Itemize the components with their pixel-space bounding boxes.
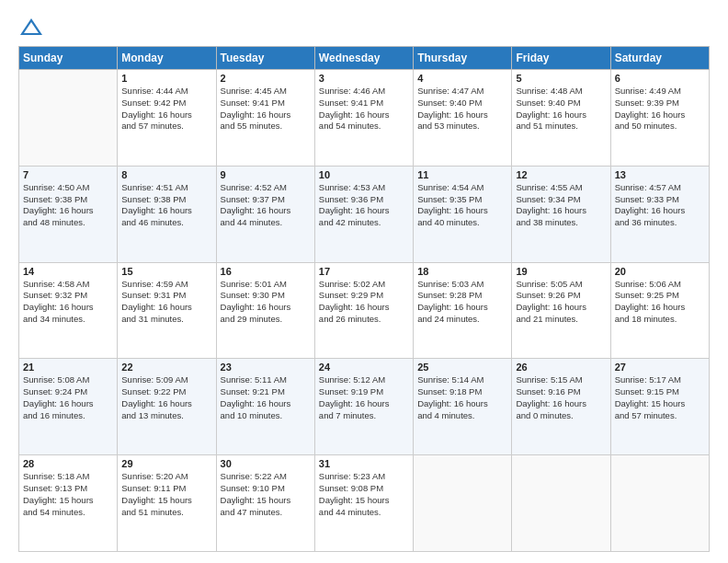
day-info: Sunrise: 4:48 AM Sunset: 9:40 PM Dayligh…	[516, 86, 606, 132]
day-info: Sunrise: 5:12 AM Sunset: 9:19 PM Dayligh…	[319, 374, 409, 421]
calendar-cell	[512, 455, 610, 552]
day-info: Sunrise: 5:20 AM Sunset: 9:11 PM Dayligh…	[121, 471, 211, 518]
calendar-cell: 6Sunrise: 4:49 AM Sunset: 9:39 PM Daylig…	[610, 70, 709, 167]
day-info: Sunrise: 4:50 AM Sunset: 9:38 PM Dayligh…	[23, 182, 113, 229]
day-info: Sunrise: 5:18 AM Sunset: 9:13 PM Dayligh…	[23, 471, 113, 518]
calendar-cell: 23Sunrise: 5:11 AM Sunset: 9:21 PM Dayli…	[216, 359, 314, 455]
calendar-cell: 10Sunrise: 4:53 AM Sunset: 9:36 PM Dayli…	[314, 166, 413, 262]
calendar-cell	[19, 70, 118, 167]
calendar-cell	[414, 455, 512, 552]
calendar-cell: 18Sunrise: 5:03 AM Sunset: 9:28 PM Dayli…	[414, 262, 512, 359]
calendar-cell: 30Sunrise: 5:22 AM Sunset: 9:10 PM Dayli…	[216, 455, 314, 552]
calendar-cell: 26Sunrise: 5:15 AM Sunset: 9:16 PM Dayli…	[512, 359, 610, 455]
day-info: Sunrise: 5:03 AM Sunset: 9:28 PM Dayligh…	[417, 279, 507, 326]
day-info: Sunrise: 5:09 AM Sunset: 9:22 PM Dayligh…	[121, 374, 211, 421]
day-number: 22	[121, 362, 211, 373]
calendar-week-row: 14Sunrise: 4:58 AM Sunset: 9:32 PM Dayli…	[19, 262, 710, 359]
calendar-cell: 29Sunrise: 5:20 AM Sunset: 9:11 PM Dayli…	[118, 455, 216, 552]
calendar-cell: 14Sunrise: 4:58 AM Sunset: 9:32 PM Dayli…	[19, 262, 118, 359]
header-row: SundayMondayTuesdayWednesdayThursdayFrid…	[19, 47, 710, 70]
calendar-cell: 1Sunrise: 4:44 AM Sunset: 9:42 PM Daylig…	[118, 70, 216, 167]
day-number: 27	[615, 362, 705, 373]
calendar-cell: 16Sunrise: 5:01 AM Sunset: 9:30 PM Dayli…	[216, 262, 314, 359]
day-number: 4	[417, 73, 507, 84]
calendar-week-row: 1Sunrise: 4:44 AM Sunset: 9:42 PM Daylig…	[19, 70, 710, 167]
day-info: Sunrise: 4:46 AM Sunset: 9:41 PM Dayligh…	[319, 86, 409, 132]
day-info: Sunrise: 5:05 AM Sunset: 9:26 PM Dayligh…	[516, 279, 606, 326]
day-number: 24	[319, 362, 409, 373]
day-info: Sunrise: 4:59 AM Sunset: 9:31 PM Dayligh…	[121, 279, 211, 326]
weekday-header: Monday	[118, 47, 216, 70]
day-number: 25	[417, 362, 507, 373]
day-info: Sunrise: 5:11 AM Sunset: 9:21 PM Dayligh…	[221, 374, 311, 421]
day-number: 7	[23, 169, 113, 180]
calendar-cell	[610, 455, 709, 552]
calendar-header: SundayMondayTuesdayWednesdayThursdayFrid…	[19, 47, 710, 70]
calendar-cell: 22Sunrise: 5:09 AM Sunset: 9:22 PM Dayli…	[118, 359, 216, 455]
day-info: Sunrise: 4:52 AM Sunset: 9:37 PM Dayligh…	[221, 182, 311, 229]
day-number: 16	[221, 266, 311, 277]
calendar-cell: 24Sunrise: 5:12 AM Sunset: 9:19 PM Dayli…	[314, 359, 413, 455]
day-number: 30	[221, 458, 311, 469]
calendar-cell: 9Sunrise: 4:52 AM Sunset: 9:37 PM Daylig…	[216, 166, 314, 262]
calendar-cell: 4Sunrise: 4:47 AM Sunset: 9:40 PM Daylig…	[414, 70, 512, 167]
calendar-cell: 21Sunrise: 5:08 AM Sunset: 9:24 PM Dayli…	[19, 359, 118, 455]
calendar-week-row: 21Sunrise: 5:08 AM Sunset: 9:24 PM Dayli…	[19, 359, 710, 455]
weekday-header: Wednesday	[314, 47, 413, 70]
header	[18, 15, 710, 40]
day-info: Sunrise: 4:57 AM Sunset: 9:33 PM Dayligh…	[615, 182, 705, 229]
weekday-header: Thursday	[414, 47, 512, 70]
day-info: Sunrise: 4:44 AM Sunset: 9:42 PM Dayligh…	[121, 86, 211, 132]
day-number: 12	[516, 169, 606, 180]
day-number: 19	[516, 266, 606, 277]
day-number: 23	[221, 362, 311, 373]
day-number: 9	[221, 169, 311, 180]
calendar-cell: 15Sunrise: 4:59 AM Sunset: 9:31 PM Dayli…	[118, 262, 216, 359]
calendar-cell: 20Sunrise: 5:06 AM Sunset: 9:25 PM Dayli…	[610, 262, 709, 359]
calendar-cell: 19Sunrise: 5:05 AM Sunset: 9:26 PM Dayli…	[512, 262, 610, 359]
logo-icon	[18, 15, 44, 40]
page: SundayMondayTuesdayWednesdayThursdayFrid…	[0, 0, 728, 563]
day-number: 13	[615, 169, 705, 180]
day-number: 3	[319, 73, 409, 84]
weekday-header: Sunday	[19, 47, 118, 70]
day-number: 6	[615, 73, 705, 84]
day-number: 15	[121, 266, 211, 277]
weekday-header: Friday	[512, 47, 610, 70]
calendar-cell: 28Sunrise: 5:18 AM Sunset: 9:13 PM Dayli…	[19, 455, 118, 552]
calendar-cell: 27Sunrise: 5:17 AM Sunset: 9:15 PM Dayli…	[610, 359, 709, 455]
day-info: Sunrise: 5:08 AM Sunset: 9:24 PM Dayligh…	[23, 374, 113, 421]
day-info: Sunrise: 5:01 AM Sunset: 9:30 PM Dayligh…	[221, 279, 311, 326]
day-number: 29	[121, 458, 211, 469]
calendar-cell: 5Sunrise: 4:48 AM Sunset: 9:40 PM Daylig…	[512, 70, 610, 167]
day-info: Sunrise: 5:14 AM Sunset: 9:18 PM Dayligh…	[417, 374, 507, 421]
calendar-cell: 11Sunrise: 4:54 AM Sunset: 9:35 PM Dayli…	[414, 166, 512, 262]
calendar-body: 1Sunrise: 4:44 AM Sunset: 9:42 PM Daylig…	[19, 70, 710, 552]
calendar-week-row: 7Sunrise: 4:50 AM Sunset: 9:38 PM Daylig…	[19, 166, 710, 262]
day-info: Sunrise: 5:15 AM Sunset: 9:16 PM Dayligh…	[516, 374, 606, 421]
day-number: 17	[319, 266, 409, 277]
day-number: 21	[23, 362, 113, 373]
day-info: Sunrise: 4:45 AM Sunset: 9:41 PM Dayligh…	[221, 86, 311, 132]
day-number: 14	[23, 266, 113, 277]
calendar-cell: 31Sunrise: 5:23 AM Sunset: 9:08 PM Dayli…	[314, 455, 413, 552]
calendar-cell: 8Sunrise: 4:51 AM Sunset: 9:38 PM Daylig…	[118, 166, 216, 262]
calendar-cell: 12Sunrise: 4:55 AM Sunset: 9:34 PM Dayli…	[512, 166, 610, 262]
weekday-header: Tuesday	[216, 47, 314, 70]
calendar-cell: 7Sunrise: 4:50 AM Sunset: 9:38 PM Daylig…	[19, 166, 118, 262]
weekday-header: Saturday	[610, 47, 709, 70]
day-info: Sunrise: 5:17 AM Sunset: 9:15 PM Dayligh…	[615, 374, 705, 421]
day-info: Sunrise: 5:22 AM Sunset: 9:10 PM Dayligh…	[221, 471, 311, 518]
day-number: 8	[121, 169, 211, 180]
calendar-cell: 3Sunrise: 4:46 AM Sunset: 9:41 PM Daylig…	[314, 70, 413, 167]
day-info: Sunrise: 5:06 AM Sunset: 9:25 PM Dayligh…	[615, 279, 705, 326]
day-number: 18	[417, 266, 507, 277]
day-number: 2	[221, 73, 311, 84]
calendar-cell: 25Sunrise: 5:14 AM Sunset: 9:18 PM Dayli…	[414, 359, 512, 455]
day-number: 31	[319, 458, 409, 469]
day-number: 5	[516, 73, 606, 84]
day-info: Sunrise: 4:53 AM Sunset: 9:36 PM Dayligh…	[319, 182, 409, 229]
day-info: Sunrise: 4:54 AM Sunset: 9:35 PM Dayligh…	[417, 182, 507, 229]
day-number: 28	[23, 458, 113, 469]
day-number: 20	[615, 266, 705, 277]
